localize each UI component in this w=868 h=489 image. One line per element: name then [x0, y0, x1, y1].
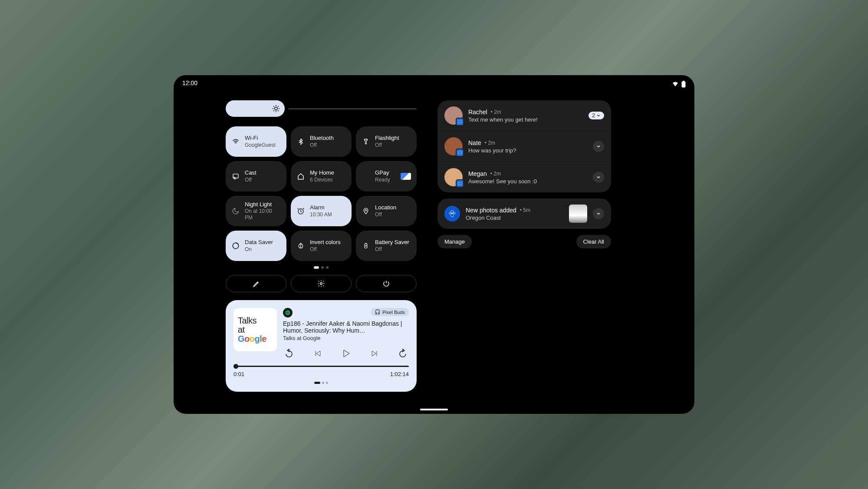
notifications-panel: Rachel• 2mText me when you get here!2Nat… — [437, 100, 611, 414]
conversation-notification[interactable]: Nate• 2mHow was your trip? — [437, 131, 611, 162]
svg-rect-0 — [682, 82, 685, 87]
bluetooth-icon — [296, 137, 305, 146]
tiles-pagination — [226, 266, 417, 269]
svg-line-9 — [273, 110, 274, 111]
manage-notifications-button[interactable]: Manage — [437, 235, 472, 248]
tile-subtitle: Off — [310, 142, 334, 149]
tile-title: Location — [375, 204, 396, 211]
tile-title: Bluetooth — [310, 135, 334, 142]
media-seek-bar[interactable] — [233, 364, 409, 369]
night-light-icon — [231, 207, 240, 215]
tile-title: Battery Saver — [375, 239, 409, 246]
messages-app-badge-icon — [456, 118, 464, 126]
brightness-slider[interactable] — [226, 100, 417, 117]
clear-all-notifications-button[interactable]: Clear All — [576, 235, 611, 248]
tile-invert-colors[interactable]: Invert colorsOff — [291, 231, 352, 261]
tablet-screen: 12:00 Wi-FiGoogleGuestBluetoo — [174, 75, 694, 414]
notification-avatar — [444, 137, 463, 155]
album-art-line3: Google — [238, 334, 266, 344]
status-bar: 12:00 — [174, 79, 694, 90]
tile-subtitle: 10:30 AM — [310, 211, 332, 218]
earbuds-icon: 🎧 — [375, 309, 381, 315]
status-time: 12:00 — [182, 79, 197, 90]
app-notification[interactable]: New photos added• 5mOregon Coast — [437, 198, 611, 229]
gear-icon — [317, 280, 325, 287]
tile-wifi[interactable]: Wi-FiGoogleGuest — [226, 126, 286, 157]
notification-expand-button[interactable] — [593, 172, 604, 183]
data-saver-icon — [231, 241, 240, 250]
media-prev-button[interactable] — [312, 347, 324, 360]
svg-line-7 — [273, 106, 274, 107]
notification-sender: Nate — [468, 139, 481, 146]
tile-title: Night Light — [245, 201, 281, 208]
svg-point-13 — [365, 209, 366, 211]
svg-line-10 — [278, 106, 279, 107]
notification-expand-button[interactable] — [593, 208, 604, 219]
qs-settings-button[interactable] — [291, 275, 352, 292]
media-player-card: Talks at Google 🎧 Pixel Buds — [226, 300, 417, 392]
media-app-icon-spotify — [283, 308, 293, 317]
edit-tiles-button[interactable] — [226, 275, 286, 292]
home-control-icon — [296, 172, 305, 181]
brightness-icon — [271, 103, 281, 114]
tile-home-control[interactable]: My Home6 Devices — [291, 161, 352, 192]
notification-avatar — [444, 106, 463, 125]
notification-time: 2m — [493, 171, 501, 177]
tile-cast[interactable]: CastOff — [226, 161, 286, 192]
tile-data-saver[interactable]: Data SaverOn — [226, 231, 286, 261]
tile-title: Cast — [245, 169, 256, 176]
pencil-icon — [253, 280, 260, 287]
notification-group-count[interactable]: 2 — [589, 112, 604, 119]
media-output-chip[interactable]: 🎧 Pixel Buds — [371, 308, 409, 316]
tile-battery-saver[interactable]: Battery SaverOff — [356, 231, 417, 261]
notification-sender: Rachel — [468, 109, 487, 116]
tile-subtitle: Off — [375, 211, 396, 218]
battery-saver-icon — [362, 241, 370, 250]
notification-thumbnail — [569, 205, 587, 223]
notification-text: How was your trip? — [468, 147, 587, 154]
photos-app-icon — [444, 206, 460, 221]
tile-gpay[interactable]: GPayReady — [356, 161, 417, 192]
other-notifications-group: New photos added• 5mOregon Coast — [437, 198, 611, 229]
gpay-icon — [362, 172, 370, 181]
messages-app-badge-icon — [456, 179, 464, 188]
conversation-notification[interactable]: Megan• 2mAwesome! See you soon :0 — [437, 162, 611, 192]
gesture-nav-handle[interactable] — [420, 409, 448, 410]
brightness-track[interactable] — [226, 100, 285, 117]
conversation-notification[interactable]: Rachel• 2mText me when you get here!2 — [437, 100, 611, 131]
media-title: Ep186 - Jennifer Aaker & Naomi Bagdonas … — [283, 320, 409, 334]
tile-title: Data Saver — [245, 239, 273, 246]
wifi-icon — [672, 81, 679, 89]
tile-night-light[interactable]: Night LightOn at 10:00 PM — [226, 196, 286, 226]
notification-expand-button[interactable] — [593, 141, 604, 152]
messages-app-badge-icon — [456, 149, 464, 157]
media-rewind-15-button[interactable] — [283, 347, 295, 360]
tile-title: My Home — [310, 169, 334, 176]
tile-alarm[interactable]: Alarm10:30 AM — [291, 196, 352, 226]
tile-flashlight[interactable]: FlashlightOff — [356, 126, 417, 157]
tile-subtitle: Off — [310, 246, 341, 253]
tile-bluetooth[interactable]: BluetoothOff — [291, 126, 352, 157]
notification-time: 2m — [488, 140, 495, 146]
power-button[interactable] — [356, 275, 417, 292]
alarm-icon — [296, 207, 305, 215]
media-elapsed: 0:01 — [233, 371, 244, 377]
tile-location[interactable]: LocationOff — [356, 196, 417, 226]
tile-subtitle: Off — [375, 246, 409, 253]
brightness-track-remainder[interactable] — [288, 108, 417, 109]
tile-title: Invert colors — [310, 239, 341, 246]
tile-title: Flashlight — [375, 135, 399, 142]
album-art-line1: Talks — [238, 316, 256, 325]
media-next-button[interactable] — [368, 347, 381, 360]
tile-subtitle: Off — [375, 142, 399, 149]
tile-subtitle: On at 10:00 PM — [245, 208, 281, 221]
media-output-label: Pixel Buds — [382, 310, 405, 315]
media-play-button[interactable] — [340, 347, 352, 360]
tile-title: GPay — [375, 169, 390, 176]
notification-time: 2m — [494, 109, 501, 115]
quick-settings-tiles: Wi-FiGoogleGuestBluetoothOffFlashlightOf… — [226, 126, 417, 261]
notification-text: Text me when you get here! — [468, 116, 583, 123]
media-forward-15-button[interactable] — [397, 347, 409, 360]
quick-settings-panel: Wi-FiGoogleGuestBluetoothOffFlashlightOf… — [226, 100, 417, 414]
gpay-card-chip — [401, 173, 411, 180]
